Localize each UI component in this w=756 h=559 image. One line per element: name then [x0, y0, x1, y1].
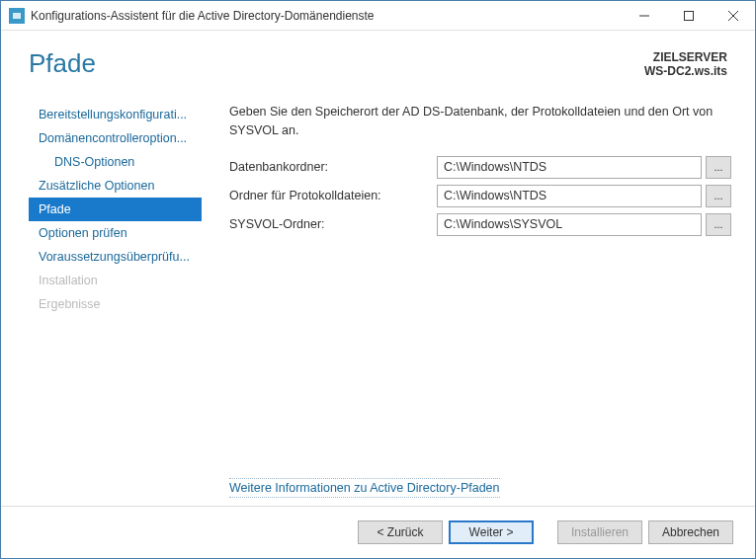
description-text: Geben Sie den Speicherort der AD DS-Date… — [229, 103, 731, 140]
titlebar: Konfigurations-Assistent für die Active … — [1, 1, 755, 31]
browse-sysvol[interactable]: ... — [706, 213, 731, 236]
nav-item-deployment[interactable]: Bereitstellungskonfigurati... — [29, 103, 202, 126]
nav-item-prerequisites[interactable]: Voraussetzungsüberprüfu... — [29, 245, 202, 269]
cancel-button[interactable]: Abbrechen — [648, 520, 733, 544]
label-log: Ordner für Protokolldateien: — [229, 189, 437, 202]
nav-item-installation: Installation — [29, 269, 202, 292]
gap — [540, 520, 551, 544]
body: Bereitstellungskonfigurati... Domänencon… — [1, 99, 755, 506]
nav-item-review[interactable]: Optionen prüfen — [29, 221, 202, 245]
nav-item-dc-options[interactable]: Domänencontrolleroption... — [29, 126, 202, 150]
window-buttons — [622, 1, 755, 30]
sidebar: Bereitstellungskonfigurati... Domänencon… — [29, 99, 202, 506]
back-button[interactable]: < Zurück — [358, 520, 443, 544]
browse-log[interactable]: ... — [706, 185, 731, 207]
target-server-label: ZIELSERVER — [644, 50, 727, 64]
window-title: Konfigurations-Assistent für die Active … — [31, 9, 622, 23]
wizard-window: Konfigurations-Assistent für die Active … — [0, 0, 756, 559]
nav-item-dns-options[interactable]: DNS-Optionen — [29, 150, 202, 174]
nav-item-results: Ergebnisse — [29, 292, 202, 316]
close-button[interactable] — [711, 1, 755, 30]
app-icon — [9, 8, 25, 24]
minimize-button[interactable] — [622, 1, 666, 30]
svg-rect-1 — [13, 13, 21, 19]
row-log: Ordner für Protokolldateien: ... — [229, 185, 731, 207]
input-log[interactable] — [437, 185, 702, 207]
target-server-value: WS-DC2.ws.its — [644, 64, 727, 78]
svg-rect-3 — [684, 11, 693, 20]
install-button: Installieren — [557, 520, 642, 544]
content: Geben Sie den Speicherort der AD DS-Date… — [202, 99, 735, 506]
spacer — [229, 242, 731, 479]
header: Pfade ZIELSERVER WS-DC2.ws.its — [1, 31, 755, 99]
label-database: Datenbankordner: — [229, 160, 437, 174]
row-sysvol: SYSVOL-Ordner: ... — [229, 213, 731, 236]
footer: < Zurück Weiter > Installieren Abbrechen — [1, 506, 755, 558]
page-heading: Pfade — [29, 48, 96, 79]
next-button[interactable]: Weiter > — [449, 520, 534, 544]
label-sysvol: SYSVOL-Ordner: — [229, 217, 437, 231]
target-server-block: ZIELSERVER WS-DC2.ws.its — [644, 50, 727, 78]
input-database[interactable] — [437, 156, 702, 179]
input-sysvol[interactable] — [437, 213, 702, 236]
more-info-link[interactable]: Weitere Informationen zu Active Director… — [229, 478, 500, 498]
maximize-button[interactable] — [666, 1, 711, 30]
browse-database[interactable]: ... — [706, 156, 731, 179]
row-database: Datenbankordner: ... — [229, 156, 731, 179]
nav-item-paths[interactable]: Pfade — [29, 198, 202, 221]
nav-item-additional[interactable]: Zusätzliche Optionen — [29, 174, 202, 198]
